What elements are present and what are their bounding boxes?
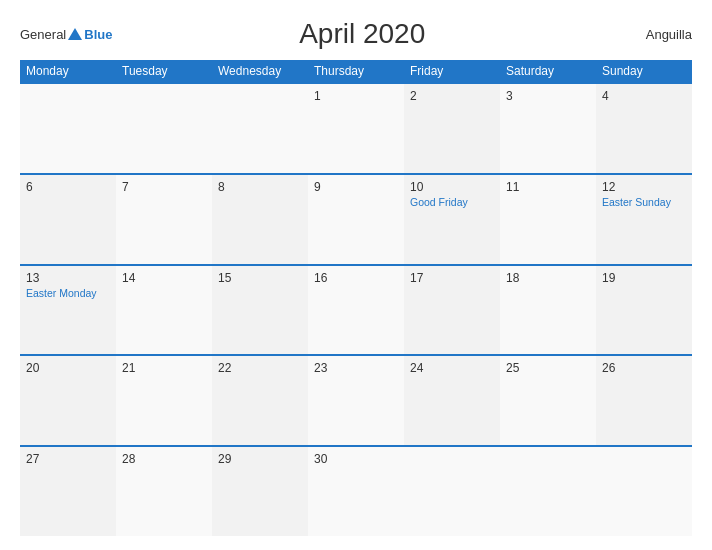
table-row (596, 447, 692, 536)
table-row: 2 (404, 84, 500, 173)
table-row (212, 84, 308, 173)
table-row: 8 (212, 175, 308, 264)
table-row: 15 (212, 266, 308, 355)
table-row: 25 (500, 356, 596, 445)
col-saturday: Saturday (500, 60, 596, 82)
table-row: 1 (308, 84, 404, 173)
table-row: 10Good Friday (404, 175, 500, 264)
table-row: 14 (116, 266, 212, 355)
page-header: General Blue April 2020 Anguilla (20, 18, 692, 50)
table-row: 23 (308, 356, 404, 445)
table-row: 19 (596, 266, 692, 355)
table-row: 30 (308, 447, 404, 536)
col-thursday: Thursday (308, 60, 404, 82)
table-row: 18 (500, 266, 596, 355)
table-row: 26 (596, 356, 692, 445)
col-friday: Friday (404, 60, 500, 82)
logo: General Blue (20, 28, 112, 41)
table-row: 3 (500, 84, 596, 173)
col-sunday: Sunday (596, 60, 692, 82)
table-row (404, 447, 500, 536)
week-2: 6 7 8 9 10Good Friday 11 12Easter Sunday (20, 173, 692, 264)
country-label: Anguilla (612, 27, 692, 42)
week-3: 13Easter Monday 14 15 16 17 18 19 (20, 264, 692, 355)
table-row: 21 (116, 356, 212, 445)
table-row: 4 (596, 84, 692, 173)
table-row: 29 (212, 447, 308, 536)
table-row (20, 84, 116, 173)
page-title: April 2020 (112, 18, 612, 50)
table-row: 16 (308, 266, 404, 355)
table-row: 17 (404, 266, 500, 355)
week-5: 27 28 29 30 (20, 445, 692, 536)
calendar-header-row: Monday Tuesday Wednesday Thursday Friday… (20, 60, 692, 82)
table-row: 27 (20, 447, 116, 536)
table-row: 7 (116, 175, 212, 264)
week-4: 20 21 22 23 24 25 26 (20, 354, 692, 445)
col-monday: Monday (20, 60, 116, 82)
calendar-body: 1 2 3 4 6 7 8 9 10Good Friday 11 12Easte… (20, 82, 692, 536)
logo-blue-text: Blue (84, 28, 112, 41)
calendar-page: General Blue April 2020 Anguilla Monday … (0, 0, 712, 550)
table-row: 11 (500, 175, 596, 264)
week-1: 1 2 3 4 (20, 82, 692, 173)
col-tuesday: Tuesday (116, 60, 212, 82)
logo-triangle-icon (68, 28, 82, 40)
table-row: 28 (116, 447, 212, 536)
calendar: Monday Tuesday Wednesday Thursday Friday… (20, 60, 692, 536)
col-wednesday: Wednesday (212, 60, 308, 82)
table-row (116, 84, 212, 173)
table-row (500, 447, 596, 536)
table-row: 22 (212, 356, 308, 445)
logo-general-text: General (20, 28, 66, 41)
table-row: 9 (308, 175, 404, 264)
table-row: 24 (404, 356, 500, 445)
table-row: 20 (20, 356, 116, 445)
table-row: 6 (20, 175, 116, 264)
table-row: 13Easter Monday (20, 266, 116, 355)
table-row: 12Easter Sunday (596, 175, 692, 264)
